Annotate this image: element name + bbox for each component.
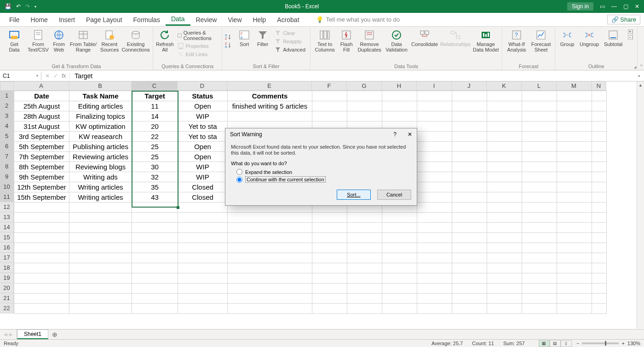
cell[interactable] bbox=[417, 121, 452, 132]
cell[interactable] bbox=[522, 101, 557, 111]
cell[interactable] bbox=[178, 213, 228, 223]
cell[interactable]: WIP bbox=[178, 172, 228, 182]
cell[interactable] bbox=[592, 223, 607, 233]
sort-asc-icon[interactable]: AZ bbox=[225, 33, 232, 40]
cell[interactable] bbox=[312, 294, 347, 304]
cell[interactable] bbox=[487, 121, 522, 132]
cell[interactable] bbox=[312, 111, 347, 121]
cell[interactable] bbox=[487, 202, 522, 213]
cell[interactable]: 43 bbox=[132, 192, 178, 202]
cell[interactable] bbox=[522, 243, 557, 253]
cell[interactable] bbox=[347, 243, 382, 253]
cell[interactable] bbox=[178, 202, 228, 213]
cell[interactable]: Finalizing topics bbox=[69, 111, 132, 121]
cell[interactable] bbox=[487, 192, 522, 202]
cell[interactable] bbox=[487, 263, 522, 273]
refresh-all-button[interactable]: RefreshAll bbox=[156, 28, 174, 52]
cell[interactable]: Closed bbox=[178, 192, 228, 202]
cell[interactable] bbox=[592, 172, 607, 182]
cell[interactable]: Date bbox=[14, 91, 69, 101]
cell[interactable] bbox=[557, 101, 592, 111]
enter-formula-icon[interactable]: ✓ bbox=[53, 73, 58, 79]
row-header-19[interactable]: 19 bbox=[0, 273, 14, 283]
row-header-9[interactable]: 9 bbox=[0, 172, 14, 182]
cell[interactable]: 28th August bbox=[14, 111, 69, 121]
cell[interactable] bbox=[592, 304, 607, 314]
cell[interactable]: 5th September bbox=[14, 142, 69, 152]
manage-data-model-button[interactable]: ManageData Model bbox=[472, 28, 499, 52]
cell[interactable] bbox=[14, 304, 69, 314]
maximize-icon[interactable]: ▢ bbox=[623, 3, 628, 10]
cell[interactable] bbox=[452, 172, 487, 182]
cell[interactable] bbox=[452, 263, 487, 273]
cell[interactable] bbox=[487, 132, 522, 142]
data-validation-button[interactable]: DataValidation bbox=[384, 28, 409, 52]
sort-button[interactable]: ZASort bbox=[236, 28, 253, 47]
row-header-12[interactable]: 12 bbox=[0, 202, 14, 212]
cell[interactable] bbox=[417, 91, 452, 101]
consolidate-button[interactable]: Consolidate bbox=[411, 28, 438, 47]
cell[interactable] bbox=[382, 263, 417, 273]
cell[interactable] bbox=[417, 304, 452, 314]
recent-sources-button[interactable]: RecentSources bbox=[99, 28, 120, 52]
cell[interactable]: Editing articles bbox=[69, 101, 132, 111]
sheet-tab[interactable]: Sheet1 bbox=[17, 330, 48, 339]
show-detail-icon[interactable]: + bbox=[628, 29, 634, 34]
cell[interactable] bbox=[487, 223, 522, 233]
cell[interactable] bbox=[557, 142, 592, 152]
cell[interactable] bbox=[522, 294, 557, 304]
cell[interactable]: 25th August bbox=[14, 101, 69, 111]
cell[interactable] bbox=[228, 294, 312, 304]
cell[interactable] bbox=[452, 213, 487, 223]
cell[interactable] bbox=[522, 304, 557, 314]
row-header-22[interactable]: 22 bbox=[0, 303, 14, 313]
cell[interactable] bbox=[592, 243, 607, 253]
cell[interactable]: Target bbox=[132, 91, 178, 101]
cell[interactable] bbox=[452, 233, 487, 243]
cell[interactable] bbox=[452, 121, 487, 132]
formula-input[interactable]: Target bbox=[70, 71, 634, 81]
from-table-range-button[interactable]: From Table/Range bbox=[69, 28, 98, 52]
row-header-15[interactable]: 15 bbox=[0, 232, 14, 243]
from-web-button[interactable]: FromWeb bbox=[51, 28, 67, 52]
cell[interactable] bbox=[312, 283, 347, 294]
cell[interactable] bbox=[417, 202, 452, 213]
zoom-in-button[interactable]: + bbox=[621, 341, 624, 346]
cell[interactable] bbox=[417, 152, 452, 162]
cell[interactable] bbox=[557, 152, 592, 162]
cell[interactable]: 20 bbox=[132, 121, 178, 132]
minimize-icon[interactable]: — bbox=[611, 3, 617, 10]
cell[interactable] bbox=[592, 294, 607, 304]
cell[interactable] bbox=[312, 263, 347, 273]
cell[interactable]: Status bbox=[178, 91, 228, 101]
cell[interactable] bbox=[452, 142, 487, 152]
cell[interactable] bbox=[592, 142, 607, 152]
column-header-J[interactable]: J bbox=[452, 81, 487, 91]
tab-help[interactable]: Help bbox=[247, 14, 272, 25]
cell[interactable] bbox=[382, 223, 417, 233]
zoom-slider[interactable] bbox=[582, 342, 619, 344]
column-header-K[interactable]: K bbox=[487, 81, 522, 91]
sort-desc-icon[interactable]: ZA bbox=[225, 41, 232, 49]
new-sheet-button[interactable]: ⊕ bbox=[48, 331, 61, 338]
cell[interactable] bbox=[382, 111, 417, 121]
cell[interactable] bbox=[178, 273, 228, 283]
cell[interactable]: Yet to sta bbox=[178, 121, 228, 132]
cell[interactable] bbox=[382, 304, 417, 314]
cell[interactable] bbox=[347, 223, 382, 233]
existing-connections-button[interactable]: ExistingConnections bbox=[121, 28, 150, 52]
column-header-G[interactable]: G bbox=[347, 81, 382, 91]
cell[interactable] bbox=[452, 101, 487, 111]
cell[interactable] bbox=[592, 101, 607, 111]
cell[interactable]: KW reasearch bbox=[69, 132, 132, 142]
cell[interactable] bbox=[522, 283, 557, 294]
tab-file[interactable]: File bbox=[4, 14, 25, 25]
cell[interactable] bbox=[592, 213, 607, 223]
cell[interactable] bbox=[132, 243, 178, 253]
cell[interactable] bbox=[382, 233, 417, 243]
cell[interactable] bbox=[132, 233, 178, 243]
cell[interactable] bbox=[228, 283, 312, 294]
cell[interactable] bbox=[452, 162, 487, 172]
cell[interactable] bbox=[417, 223, 452, 233]
cell[interactable] bbox=[132, 202, 178, 213]
